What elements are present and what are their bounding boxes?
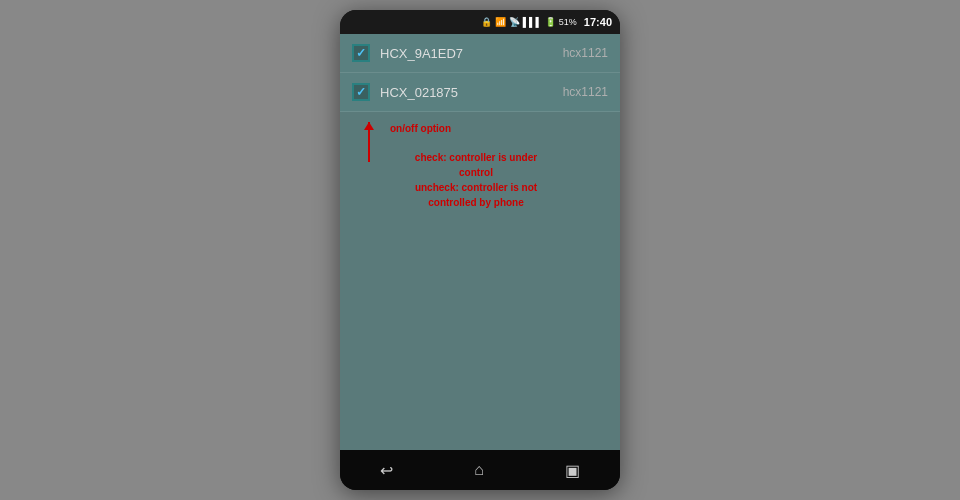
uncheck-label: uncheck: controller is notcontrolled by …: [415, 182, 537, 208]
device-user-1: hcx1121: [563, 46, 608, 60]
home-button[interactable]: ⌂: [462, 457, 496, 483]
checkbox-2[interactable]: [352, 83, 370, 101]
device-list: HCX_9A1ED7 hcx1121 HCX_021875 hcx1121: [340, 34, 620, 112]
recent-button[interactable]: ▣: [553, 457, 592, 484]
annotation-description: check: controller is undercontrol unchec…: [396, 150, 556, 210]
check-label: check: controller is undercontrol: [415, 152, 537, 178]
device-name-1: HCX_9A1ED7: [380, 46, 563, 61]
status-icons: 🔒 📶 📡 ▌▌▌ 🔋 51% 17:40: [481, 16, 612, 28]
signal-icon: 📡: [509, 17, 520, 27]
phone-frame: 🔒 📶 📡 ▌▌▌ 🔋 51% 17:40 HCX_9A1ED7 hcx1121…: [340, 10, 620, 490]
battery-percent: 51%: [559, 17, 577, 27]
wifi-icon: 📶: [495, 17, 506, 27]
device-item-1[interactable]: HCX_9A1ED7 hcx1121: [340, 34, 620, 73]
signal2-icon: ▌▌▌: [523, 17, 542, 27]
back-button[interactable]: ↩: [368, 457, 405, 484]
checkbox-1[interactable]: [352, 44, 370, 62]
battery-icon: 🔋: [545, 17, 556, 27]
phone-screen: HCX_9A1ED7 hcx1121 HCX_021875 hcx1121 on…: [340, 34, 620, 450]
device-item-2[interactable]: HCX_021875 hcx1121: [340, 73, 620, 112]
annotation-area: on/off option check: controller is under…: [340, 112, 620, 450]
device-user-2: hcx1121: [563, 85, 608, 99]
device-name-2: HCX_021875: [380, 85, 563, 100]
on-off-label: on/off option: [390, 122, 451, 136]
status-bar: 🔒 📶 📡 ▌▌▌ 🔋 51% 17:40: [340, 10, 620, 34]
nav-bar: ↩ ⌂ ▣: [340, 450, 620, 490]
arrow-line: [368, 122, 370, 162]
lock-icon: 🔒: [481, 17, 492, 27]
status-time: 17:40: [584, 16, 612, 28]
